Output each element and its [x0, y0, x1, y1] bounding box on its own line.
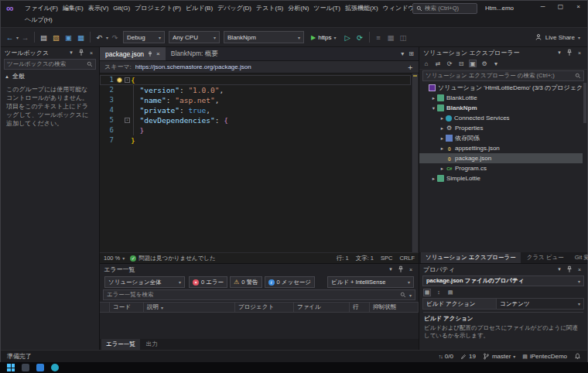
tree-caret-icon[interactable]: ▸: [430, 95, 437, 101]
code-line[interactable]: 5- "devDependencies": {: [100, 115, 411, 125]
tree-caret-icon[interactable]: ▸: [430, 176, 437, 182]
code-line[interactable]: 2 "version": "1.0.0",: [100, 85, 411, 95]
column-header[interactable]: 行: [350, 303, 370, 312]
messages-toggle[interactable]: i 0 メッセージ: [265, 276, 315, 288]
code-area[interactable]: 1-{2 "version": "1.0.0",3 "name": "asp.n…: [100, 74, 411, 252]
fold-marker-icon[interactable]: -: [125, 118, 130, 123]
tab-close-icon[interactable]: ×: [156, 50, 160, 57]
start-without-debugging-icon[interactable]: ▷: [342, 32, 354, 43]
notifications-button[interactable]: [574, 353, 581, 360]
alphabetical-icon[interactable]: ↕: [435, 289, 443, 296]
chevron-down-icon[interactable]: ▾: [556, 265, 563, 273]
startup-project-dropdown[interactable]: BlankNpm▾: [224, 31, 304, 43]
tree-caret-icon[interactable]: ▾: [430, 105, 437, 111]
taskbar-app-icon[interactable]: [22, 364, 29, 371]
git-branch-selector[interactable]: master ▾: [483, 353, 515, 360]
preview-selected-items-icon[interactable]: ▣: [469, 60, 477, 67]
chevron-down-icon[interactable]: ▾: [387, 265, 395, 273]
menu-item[interactable]: ファイル(F): [22, 4, 60, 12]
redo-icon[interactable]: ↷: [109, 32, 121, 43]
column-header[interactable]: プロジェクト: [235, 303, 294, 312]
new-tab-group-icon[interactable]: ⊞: [409, 50, 414, 57]
menu-item[interactable]: プロジェクト(P): [132, 4, 183, 12]
tree-item[interactable]: ▸{}appsettings.json: [419, 143, 587, 153]
fold-marker-icon[interactable]: -: [125, 77, 130, 83]
close-button[interactable]: ×: [569, 1, 587, 12]
editor-tab[interactable]: package.json×: [100, 47, 166, 60]
property-row[interactable]: ビルド アクション コンテンツ ▾: [422, 298, 584, 310]
windows-start-button[interactable]: [7, 364, 15, 371]
panel-tab[interactable]: クラス ビュー: [522, 252, 569, 263]
tree-item[interactable]: ▾BlankNpm: [419, 103, 587, 113]
list-icon[interactable]: ≡: [373, 32, 385, 43]
warnings-toggle[interactable]: ⚠ 0 警告: [230, 276, 262, 288]
pending-changes-status[interactable]: 19: [460, 353, 476, 360]
eol-indicator[interactable]: CRLF: [399, 255, 415, 262]
tree-item[interactable]: ソリューション 'HtmlLottieDemo' (3/3 のプロジェクト): [419, 83, 587, 93]
tree-item[interactable]: ▸C#Program.cs: [419, 163, 587, 173]
error-scope-dropdown[interactable]: ソリューション全体▾: [104, 276, 185, 288]
column-indicator[interactable]: 文字: 1: [356, 255, 374, 262]
column-header[interactable]: ファイル: [294, 303, 350, 312]
schema-url[interactable]: https://json.schemastore.org/package.jso…: [135, 63, 251, 70]
grid-icon[interactable]: ▦: [385, 32, 397, 43]
zoom-dropdown[interactable]: 100 % ▾: [104, 255, 125, 262]
editor-tab[interactable]: BlankNpm: 概要: [166, 47, 224, 60]
categorized-icon[interactable]: ▦: [423, 289, 431, 296]
toolbox-group-general[interactable]: ▲ 全般: [1, 71, 99, 81]
close-icon[interactable]: ×: [576, 49, 583, 56]
error-list-body[interactable]: [100, 313, 419, 339]
minimize-button[interactable]: ─: [534, 1, 552, 12]
tree-caret-icon[interactable]: ▸: [439, 115, 446, 121]
menu-item[interactable]: ヘルプ(H): [22, 15, 55, 24]
chevron-down-icon[interactable]: ▾: [492, 60, 500, 67]
configuration-dropdown[interactable]: Debug▾: [123, 31, 165, 43]
tree-item[interactable]: ▸SimpleLottie: [419, 173, 587, 183]
navigate-forward-icon[interactable]: →: [19, 32, 31, 43]
menu-item[interactable]: デバッグ(D): [215, 4, 254, 12]
platform-dropdown[interactable]: Any CPU▾: [169, 31, 220, 43]
errors-toggle[interactable]: × 0 エラー: [189, 276, 227, 288]
collapse-all-icon[interactable]: ⊟: [457, 60, 465, 67]
properties-object-dropdown[interactable]: package.json ファイルのプロパティ ▾: [422, 275, 584, 286]
start-debugging-button[interactable]: ▶ https ▾: [308, 31, 340, 43]
pin-icon[interactable]: [147, 51, 153, 57]
pin-icon[interactable]: [566, 49, 573, 56]
property-pages-icon[interactable]: ▤: [446, 289, 454, 296]
panel-tab[interactable]: エラー一覧: [101, 339, 140, 350]
open-folder-icon[interactable]: ▧: [50, 32, 62, 43]
tree-item[interactable]: ▸Connected Services: [419, 113, 587, 123]
indent-indicator[interactable]: SPC: [381, 255, 392, 262]
close-icon[interactable]: ×: [576, 265, 583, 273]
line-indicator[interactable]: 行: 1: [337, 255, 349, 262]
menu-item[interactable]: 表示(V): [86, 4, 111, 12]
panel-tab[interactable]: 出力: [142, 339, 162, 350]
menu-item[interactable]: 拡張機能(X): [343, 4, 381, 12]
undo-icon[interactable]: ↶: [94, 32, 105, 43]
navigate-back-caret-icon[interactable]: ▾: [16, 35, 19, 40]
pin-icon[interactable]: [397, 265, 405, 273]
tree-item[interactable]: ▸⚙Properties: [419, 123, 587, 133]
menu-item[interactable]: Git(G): [111, 5, 132, 12]
chevron-down-icon[interactable]: ▾: [409, 293, 412, 298]
property-name-cell[interactable]: ビルド アクション: [423, 299, 497, 309]
split-window-icon[interactable]: ◫: [398, 32, 409, 43]
taskbar-app-icon[interactable]: [51, 364, 59, 371]
error-filter-dropdown[interactable]: ビルド + IntelliSense▾: [327, 276, 414, 288]
properties-icon[interactable]: ⚙: [480, 60, 488, 67]
pin-icon[interactable]: [77, 49, 85, 56]
toolbox-search-input[interactable]: ツールボックスの検索: [4, 59, 96, 70]
close-icon[interactable]: ×: [87, 49, 95, 56]
save-all-icon[interactable]: ▦: [75, 32, 87, 43]
code-line[interactable]: 7}: [100, 135, 411, 145]
property-value-cell[interactable]: コンテンツ ▾: [497, 299, 583, 309]
refresh-icon[interactable]: ⟳: [446, 60, 453, 67]
close-icon[interactable]: ×: [407, 265, 415, 273]
tree-caret-icon[interactable]: ▸: [439, 135, 446, 142]
column-header[interactable]: 説明▾: [144, 303, 235, 312]
tree-item[interactable]: {}package.json: [419, 153, 587, 163]
chevron-down-icon[interactable]: ▾: [556, 49, 563, 56]
tab-list-icon[interactable]: ▾: [401, 50, 404, 57]
solution-explorer-search-input[interactable]: ソリューション エクスプローラー の検索 (Ctrl+;): [422, 70, 584, 81]
hot-reload-icon[interactable]: ⟳: [354, 32, 366, 43]
